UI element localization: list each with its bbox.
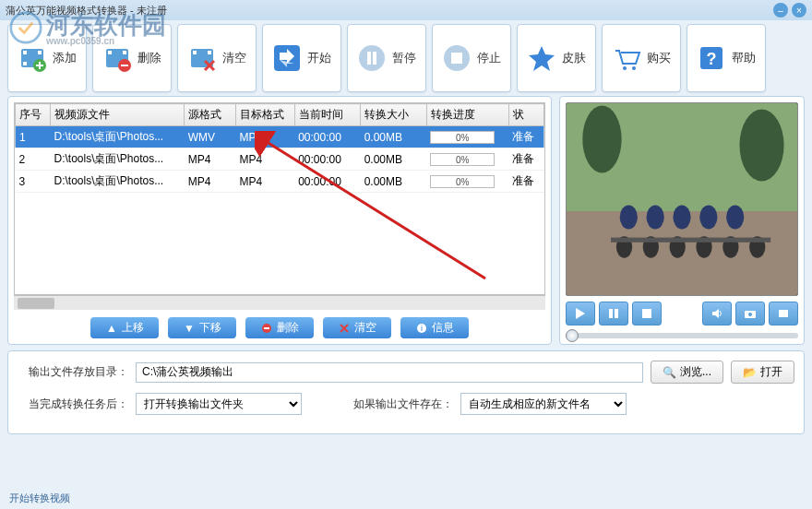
star-icon: [527, 43, 556, 73]
horizontal-scrollbar[interactable]: [14, 295, 545, 310]
file-exists-label: 如果输出文件存在：: [353, 397, 453, 412]
svg-text:i: i: [421, 324, 423, 333]
info-button[interactable]: i信息: [400, 317, 469, 338]
cart-icon: [612, 43, 641, 73]
clear-film-icon: [187, 43, 217, 73]
svg-rect-11: [121, 65, 128, 66]
svg-rect-8: [108, 51, 112, 54]
svg-rect-48: [642, 309, 651, 318]
file-table[interactable]: 序号视频源文件源格式目标格式当前时间转换大小转换进度状 1D:\tools\桌面…: [15, 103, 544, 193]
svg-point-50: [748, 313, 752, 316]
add-button[interactable]: 添加: [7, 24, 87, 92]
svg-rect-14: [208, 51, 211, 54]
svg-point-21: [623, 66, 627, 70]
folder-search-icon: 🔍: [663, 366, 676, 379]
table-row[interactable]: 1D:\tools\桌面\Photos...WMVMP400:00:000.00…: [16, 126, 544, 148]
svg-point-33: [740, 110, 784, 182]
table-row[interactable]: 2D:\tools\桌面\Photos...MP4MP400:00:000.00…: [16, 148, 544, 171]
svg-rect-51: [779, 310, 788, 317]
col-header[interactable]: 状: [508, 104, 543, 126]
col-header[interactable]: 当前时间: [294, 104, 360, 126]
output-dir-label: 输出文件存放目录：: [18, 364, 128, 380]
list-clear-button[interactable]: 清空: [323, 317, 391, 338]
info-icon: i: [415, 322, 428, 335]
col-header[interactable]: 转换进度: [426, 104, 508, 126]
delete-button[interactable]: 删除: [92, 24, 172, 92]
folder-open-icon: 📂: [743, 366, 757, 379]
arrow-up-icon: ▲: [105, 322, 118, 335]
play-button[interactable]: [566, 302, 595, 326]
minus-icon: [260, 322, 273, 335]
svg-point-16: [359, 45, 385, 71]
svg-rect-45: [611, 238, 770, 243]
svg-rect-2: [23, 51, 27, 54]
delete-film-icon: [102, 43, 132, 73]
svg-rect-3: [23, 62, 27, 65]
minimize-button[interactable]: –: [773, 3, 788, 18]
after-complete-label: 当完成转换任务后：: [18, 397, 128, 412]
buy-button[interactable]: 购买: [602, 24, 681, 92]
help-icon: ?: [697, 43, 726, 73]
svg-rect-9: [123, 51, 126, 54]
svg-point-37: [699, 206, 717, 230]
col-header[interactable]: 目标格式: [236, 104, 295, 126]
output-dir-input[interactable]: [136, 362, 643, 383]
snapshot-button[interactable]: [735, 302, 765, 326]
help-button[interactable]: ? 帮助: [687, 24, 766, 92]
pause-button[interactable]: 暂停: [347, 24, 426, 92]
svg-point-32: [582, 106, 621, 173]
video-preview[interactable]: [566, 102, 798, 296]
main-toolbar: 添加 删除 清空 开始 暂停 停止 皮肤 购买 ? 帮助: [7, 24, 805, 92]
move-down-button[interactable]: ▼下移: [168, 317, 236, 338]
fullscreen-button[interactable]: [769, 302, 798, 326]
svg-rect-47: [615, 309, 618, 318]
svg-rect-18: [373, 52, 376, 65]
svg-point-38: [726, 206, 744, 230]
col-header[interactable]: 视频源文件: [50, 104, 184, 126]
output-settings-panel: 输出文件存放目录： 🔍浏览... 📂打开 当完成转换任务后： 打开转换输出文件夹…: [7, 350, 805, 434]
browse-button[interactable]: 🔍浏览...: [651, 361, 723, 384]
start-convert-icon: [272, 43, 302, 73]
preview-panel: [559, 96, 805, 345]
svg-point-22: [632, 66, 636, 70]
seek-slider[interactable]: [566, 333, 798, 338]
preview-pause-button[interactable]: [599, 302, 628, 326]
status-bar: 开始转换视频: [9, 491, 70, 505]
file-list-panel: 序号视频源文件源格式目标格式当前时间转换大小转换进度状 1D:\tools\桌面…: [7, 96, 552, 345]
svg-rect-13: [193, 51, 197, 54]
app-title: 蒲公英万能视频格式转换器 - 未注册: [6, 4, 167, 18]
stop-icon: [442, 43, 472, 73]
list-delete-button[interactable]: 删除: [245, 317, 314, 338]
clear-button[interactable]: 清空: [177, 24, 257, 92]
col-header[interactable]: 序号: [16, 104, 51, 126]
svg-rect-20: [451, 53, 462, 64]
svg-rect-46: [609, 309, 613, 318]
add-film-icon: [18, 43, 47, 73]
after-complete-select[interactable]: 打开转换输出文件夹: [136, 393, 302, 415]
svg-rect-4: [38, 51, 42, 54]
pause-icon: [357, 43, 387, 73]
table-row[interactable]: 3D:\tools\桌面\Photos...MP4MP400:00:000.00…: [16, 171, 544, 193]
close-button[interactable]: ×: [792, 3, 806, 18]
move-up-button[interactable]: ▲上移: [90, 317, 159, 338]
col-header[interactable]: 转换大小: [361, 104, 426, 126]
svg-rect-17: [367, 52, 371, 65]
svg-point-34: [620, 206, 638, 230]
preview-stop-button[interactable]: [632, 302, 662, 326]
svg-text:?: ?: [707, 50, 717, 68]
stop-button[interactable]: 停止: [432, 24, 511, 92]
x-icon: [338, 322, 351, 335]
col-header[interactable]: 源格式: [185, 104, 236, 126]
arrow-down-icon: ▼: [183, 322, 196, 335]
skin-button[interactable]: 皮肤: [517, 24, 596, 92]
start-button[interactable]: 开始: [262, 24, 341, 92]
volume-button[interactable]: [702, 302, 732, 326]
svg-point-35: [647, 206, 664, 230]
svg-point-36: [673, 206, 690, 230]
titlebar: 蒲公英万能视频格式转换器 - 未注册 – ×: [0, 0, 812, 20]
file-exists-select[interactable]: 自动生成相应的新文件名: [460, 393, 627, 415]
svg-rect-27: [264, 327, 269, 329]
open-folder-button[interactable]: 📂打开: [731, 361, 794, 384]
